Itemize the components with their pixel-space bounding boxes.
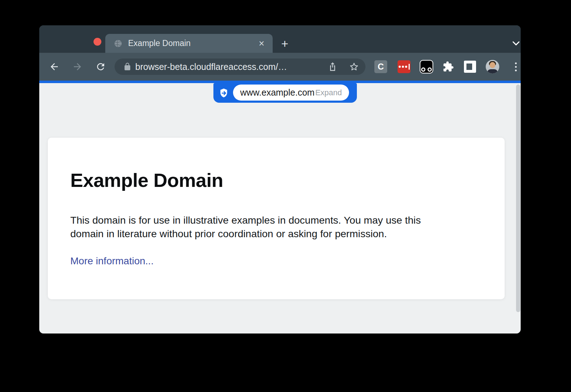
side-panel-icon[interactable]	[463, 60, 477, 74]
domain-pill-inner: www.example.com Expand	[233, 85, 349, 101]
address-bar[interactable]: browser-beta.cloudflareaccess.com/…	[115, 58, 365, 75]
reload-button[interactable]	[94, 60, 107, 73]
browser-window: Example Domain × +	[39, 25, 521, 334]
page-viewport: www.example.com Expand Example Domain Th…	[39, 83, 521, 334]
pill-expand-button[interactable]: Expand	[315, 88, 342, 97]
tab-strip: Example Domain × +	[39, 25, 521, 53]
chevron-down-icon[interactable]	[510, 37, 521, 50]
extension-lastpass-icon[interactable]	[397, 60, 411, 74]
globe-favicon-icon	[114, 39, 122, 48]
browser-toolbar: browser-beta.cloudflareaccess.com/… C	[39, 53, 521, 81]
scrollbar-thumb[interactable]	[516, 85, 520, 312]
desktop-background: Example Domain × +	[0, 0, 571, 392]
new-tab-button[interactable]: +	[278, 37, 291, 50]
back-button[interactable]	[48, 60, 61, 73]
url-text: browser-beta.cloudflareaccess.com/…	[135, 62, 287, 72]
extension-two-circles-icon[interactable]	[419, 60, 434, 74]
browser-tab[interactable]: Example Domain ×	[105, 34, 273, 53]
tab-close-icon[interactable]: ×	[256, 38, 267, 49]
content-card: Example Domain This domain is for use in…	[48, 138, 505, 299]
profile-avatar[interactable]	[485, 60, 500, 74]
more-information-link[interactable]: More information...	[70, 255, 153, 267]
forward-button[interactable]	[71, 60, 84, 73]
tab-title: Example Domain	[128, 39, 256, 48]
body-line-1: This domain is for use in illustrative e…	[70, 213, 482, 227]
body-line-2: domain in literature without prior coord…	[70, 227, 482, 240]
page-title: Example Domain	[70, 169, 482, 191]
window-close-button[interactable]	[94, 38, 101, 46]
shield-arrow-icon	[218, 88, 229, 98]
domain-expand-pill[interactable]: www.example.com Expand	[213, 83, 357, 103]
lock-icon	[123, 62, 132, 71]
share-icon[interactable]	[328, 62, 338, 72]
accent-line	[39, 81, 521, 83]
bookmark-star-icon[interactable]	[349, 62, 359, 72]
menu-kebab-icon[interactable]	[509, 60, 521, 74]
extension-c-icon[interactable]: C	[374, 60, 388, 74]
pill-domain-text: www.example.com	[240, 87, 314, 98]
extensions-puzzle-icon[interactable]	[441, 60, 455, 74]
body-paragraph: This domain is for use in illustrative e…	[70, 213, 482, 240]
